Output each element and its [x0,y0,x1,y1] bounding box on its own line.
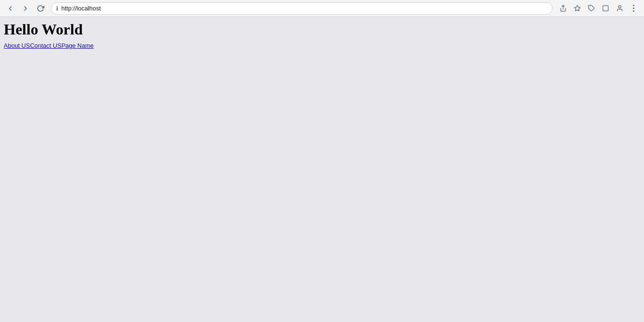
page-name-link[interactable]: Page Name [61,42,94,49]
page-heading: Hello World [4,21,640,38]
extension-button[interactable] [585,2,598,15]
svg-point-5 [633,5,635,6]
browser-actions [556,2,640,15]
svg-point-7 [633,10,635,12]
contact-us-link[interactable]: Contact US [30,42,61,49]
url-text: http://localhost [61,5,101,12]
address-bar[interactable]: ℹ http://localhost [51,2,553,15]
svg-marker-1 [574,5,580,11]
svg-point-6 [633,8,635,9]
forward-button[interactable] [19,2,32,15]
back-button[interactable] [4,2,17,15]
svg-rect-3 [603,6,608,11]
page-content: Hello World About US Contact US Page Nam… [0,17,644,322]
bookmark-button[interactable] [570,2,584,15]
window-button[interactable] [599,2,612,15]
account-button[interactable] [613,2,626,15]
more-button[interactable] [627,2,640,15]
page-links: About US Contact US Page Name [4,42,640,49]
browser-toolbar: ℹ http://localhost [0,0,644,17]
share-button[interactable] [556,2,570,15]
about-us-link[interactable]: About US [4,42,30,49]
svg-point-4 [619,6,621,8]
reload-button[interactable] [34,2,47,15]
lock-icon: ℹ [56,5,58,12]
